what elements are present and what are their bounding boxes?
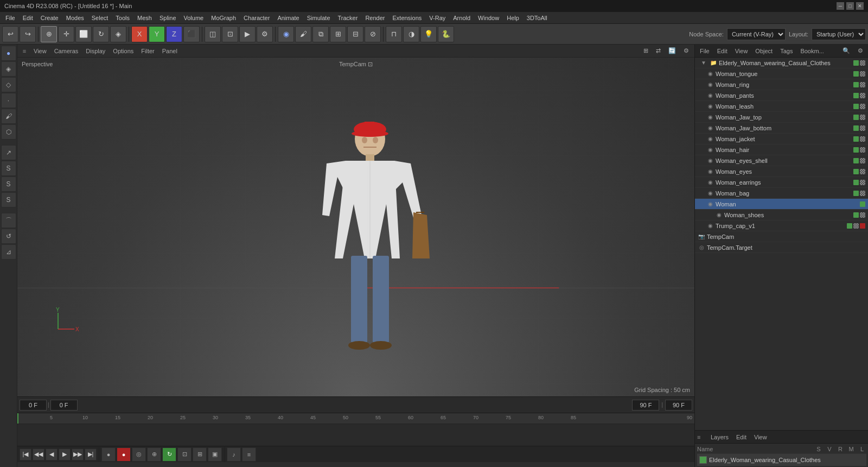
sky-button[interactable]: ◑ — [403, 26, 419, 42]
tree-item-4[interactable]: ◉Woman_Jaw_top — [695, 112, 868, 123]
minimize-button[interactable]: ─ — [837, 2, 844, 10]
layers-btn[interactable]: Layers — [708, 433, 731, 441]
twist-btn[interactable]: ↺ — [1, 229, 16, 244]
z-axis-button[interactable]: Z — [166, 26, 182, 42]
x-axis-button[interactable]: X — [131, 26, 148, 42]
play-back-btn[interactable]: ◀ — [46, 449, 58, 460]
tree-item-6[interactable]: ◉Woman_jacket — [695, 134, 868, 144]
tree-item-10[interactable]: ◉Woman_earrings — [695, 177, 868, 188]
world-button[interactable]: ⬛ — [183, 26, 200, 42]
vp-settings-btn[interactable]: ⚙ — [680, 47, 692, 55]
object-mode-btn[interactable]: ● — [1, 46, 16, 61]
menu-item-tracker[interactable]: Tracker — [335, 14, 361, 22]
tree-item-11[interactable]: ◉Woman_bag — [695, 188, 868, 199]
play-fwd-btn[interactable]: ▶ — [59, 449, 71, 460]
floor-button[interactable]: ⊓ — [386, 26, 402, 42]
menu-item-mograph[interactable]: MoGraph — [208, 14, 239, 22]
menu-item-character[interactable]: Character — [240, 14, 273, 22]
step-back-btn[interactable]: ◀◀ — [33, 449, 44, 460]
sound-btn[interactable]: ♪ — [227, 447, 241, 462]
paint-button[interactable]: 🖌 — [295, 26, 311, 42]
layout-select[interactable]: Startup (User) — [812, 28, 866, 40]
menu-item-create[interactable]: Create — [37, 14, 62, 22]
menu-item-mesh[interactable]: Mesh — [134, 14, 155, 22]
record-btn[interactable]: ● — [101, 447, 116, 462]
undo-button[interactable]: ↩ — [2, 26, 18, 42]
start-frame-input[interactable] — [50, 400, 78, 411]
menu-item-edit[interactable]: Edit — [20, 14, 36, 22]
tree-item-16[interactable]: ◎TempCam.Target — [695, 242, 868, 253]
rotate-button[interactable]: ↻ — [93, 26, 109, 42]
vp-render-btn[interactable]: 🔄 — [665, 47, 679, 55]
key-all-btn[interactable]: ◎ — [132, 447, 146, 462]
tree-item-2[interactable]: ◉Woman_pants — [695, 90, 868, 101]
rp-view-btn[interactable]: View — [732, 47, 751, 55]
key-param-btn[interactable]: ⊞ — [193, 447, 207, 462]
vp-display-btn[interactable]: Display — [82, 47, 108, 55]
menu-item-window[interactable]: Window — [475, 14, 502, 22]
fps-input[interactable] — [665, 400, 692, 411]
vp-panel-btn[interactable]: Panel — [159, 47, 181, 55]
vp-filter-btn[interactable]: Filter — [138, 47, 157, 55]
taper-btn[interactable]: ⊿ — [1, 244, 16, 260]
vp-view-btn[interactable]: View — [30, 47, 50, 55]
settings-button[interactable]: ⚙ — [257, 26, 273, 42]
vp-cameras-btn[interactable]: Cameras — [51, 47, 82, 55]
y-axis-button[interactable]: Y — [149, 26, 165, 42]
vp-sync-btn[interactable]: ⇄ — [653, 47, 664, 55]
menu-item-help[interactable]: Help — [503, 14, 522, 22]
menu-item-file[interactable]: File — [2, 14, 18, 22]
tree-item-7[interactable]: ◉Woman_hair — [695, 144, 868, 155]
menu-item-simulate[interactable]: Simulate — [304, 14, 334, 22]
menu-item-volume[interactable]: Volume — [181, 14, 207, 22]
vp-maximize-btn[interactable]: ⊞ — [640, 47, 652, 55]
redo-button[interactable]: ↪ — [20, 26, 36, 42]
tree-item-9[interactable]: ◉Woman_eyes — [695, 166, 868, 177]
rp-object-btn[interactable]: Object — [752, 47, 775, 55]
menu-item-render[interactable]: Render — [362, 14, 388, 22]
transform-button[interactable]: ◈ — [110, 26, 126, 42]
play-button[interactable]: ▶ — [239, 26, 256, 42]
edge-mode-btn[interactable]: ◇ — [1, 77, 16, 92]
goto-end-btn[interactable]: ▶| — [85, 449, 97, 460]
rp-bookmarks-btn[interactable]: Bookm... — [797, 47, 826, 55]
menu-item-tools[interactable]: Tools — [112, 14, 133, 22]
menu-item-animate[interactable]: Animate — [274, 14, 302, 22]
current-frame-input[interactable] — [20, 400, 47, 411]
mode-button[interactable]: ⊕ — [41, 26, 57, 42]
brush-btn[interactable]: 🖌 — [1, 109, 16, 124]
array-button[interactable]: ⊞ — [330, 26, 346, 42]
tree-item-13[interactable]: ◉Woman_shoes — [695, 210, 868, 220]
poly-mode-btn[interactable]: ◈ — [1, 61, 16, 77]
menu-item-v-ray[interactable]: V-Ray — [426, 14, 449, 22]
menu-item-3dtoall[interactable]: 3DToAll — [524, 14, 551, 22]
light-button[interactable]: 💡 — [420, 26, 437, 42]
end-frame-input[interactable] — [632, 400, 659, 411]
maximize-button[interactable]: □ — [846, 2, 854, 10]
menu-item-arnold[interactable]: Arnold — [450, 14, 474, 22]
camera-button[interactable]: ⊡ — [222, 26, 238, 42]
node-space-select[interactable]: Current (V-Ray) — [727, 28, 786, 40]
layers-edit-btn[interactable]: Edit — [733, 433, 749, 441]
tree-root[interactable]: ▼ 📁 Elderly_Woman_wearing_Casual_Clothes — [695, 58, 868, 68]
layers-menu-icon[interactable]: ≡ — [697, 434, 706, 440]
rp-file-btn[interactable]: File — [697, 47, 712, 55]
menu-item-extensions[interactable]: Extensions — [389, 14, 425, 22]
sym-button[interactable]: ⊟ — [347, 26, 363, 42]
timeline-ruler[interactable]: 5 10 15 20 25 30 35 40 45 50 55 60 65 70… — [17, 413, 694, 424]
point-mode-btn[interactable]: · — [1, 93, 16, 108]
tree-item-14[interactable]: ◉Trump_cap_v1 — [695, 220, 868, 231]
goto-start-btn[interactable]: |◀ — [20, 449, 31, 460]
rp-search-btn[interactable]: 🔍 — [840, 47, 853, 55]
key-rot-btn[interactable]: ↻ — [162, 447, 176, 462]
snap-btn[interactable]: S — [1, 161, 16, 176]
menu-item-modes[interactable]: Modes — [63, 14, 87, 22]
layers-view-btn[interactable]: View — [751, 433, 770, 441]
scale-button[interactable]: ⬜ — [75, 26, 92, 42]
rp-tags-btn[interactable]: Tags — [777, 47, 795, 55]
magnet-btn[interactable]: ⬡ — [1, 124, 16, 140]
key-pos-btn[interactable]: ⊕ — [147, 447, 161, 462]
live-btn[interactable]: ↗ — [1, 145, 16, 160]
motion-clip-btn[interactable]: ▣ — [208, 447, 222, 462]
rp-edit-btn[interactable]: Edit — [714, 47, 730, 55]
